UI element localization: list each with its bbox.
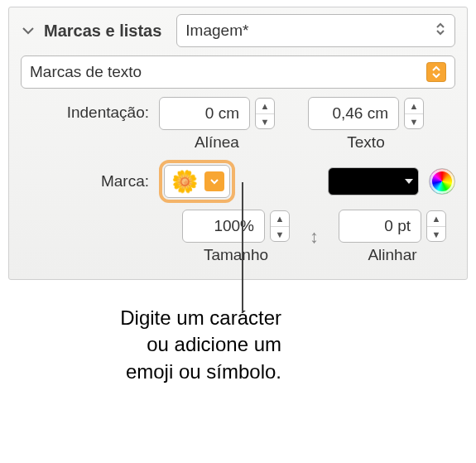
callout-line-3: emoji ou símbolo. — [0, 359, 281, 385]
stepper-up-icon[interactable]: ▲ — [256, 99, 274, 113]
chevron-updown-icon — [435, 21, 446, 41]
chevron-down-icon — [204, 171, 224, 191]
list-style-popup[interactable]: Imagem* — [176, 14, 455, 47]
section-title: Marcas e listas — [44, 22, 161, 41]
flower-icon: 🌼 — [171, 171, 198, 192]
color-wheel-button[interactable] — [429, 168, 455, 195]
callout-line-1: Digite um carácter — [0, 305, 281, 331]
align-value: 0 pt — [384, 217, 411, 235]
list-style-value: Imagem* — [185, 22, 248, 40]
bullet-indent-field[interactable]: 0 cm ▲ ▼ — [159, 97, 275, 130]
bullets-lists-panel: Marcas e listas Imagem* Marcas de texto … — [8, 7, 468, 280]
bullet-indent-value: 0 cm — [205, 104, 239, 123]
align-stepper[interactable]: ▲ ▼ — [426, 210, 446, 242]
stepper-down-icon[interactable]: ▼ — [256, 113, 274, 128]
size-value: 100% — [214, 217, 254, 235]
bullet-character-highlight: 🌼 — [159, 160, 235, 203]
stepper-up-icon[interactable]: ▲ — [271, 211, 289, 226]
color-swatch-popup[interactable] — [328, 167, 419, 195]
chevron-down-icon — [22, 26, 35, 36]
text-indent-sublabel: Texto — [347, 133, 384, 152]
bullet-type-value: Marcas de texto — [30, 63, 142, 81]
size-field[interactable]: 100% ▲ ▼ — [182, 210, 290, 243]
stepper-down-icon[interactable]: ▼ — [405, 113, 423, 128]
callout-leader-line — [242, 182, 243, 313]
align-field[interactable]: 0 pt ▲ ▼ — [339, 210, 446, 243]
text-indent-value: 0,46 cm — [332, 104, 388, 123]
chevron-updown-icon — [426, 62, 446, 82]
size-stepper[interactable]: ▲ ▼ — [270, 210, 290, 242]
disclosure-toggle[interactable] — [21, 23, 36, 38]
stepper-up-icon[interactable]: ▲ — [405, 99, 423, 113]
marca-label: Marca: — [21, 172, 149, 191]
stepper-up-icon[interactable]: ▲ — [427, 211, 445, 226]
bullet-indent-sublabel: Alínea — [195, 133, 239, 152]
stepper-down-icon[interactable]: ▼ — [427, 226, 445, 241]
indent-label: Indentação: — [21, 97, 149, 122]
callout-line-2: ou adicione um — [0, 331, 281, 358]
vertical-align-icon: ↕ — [310, 226, 319, 248]
stepper-down-icon[interactable]: ▼ — [271, 226, 289, 241]
bullet-indent-stepper[interactable]: ▲ ▼ — [255, 98, 275, 129]
align-sublabel: Alinhar — [368, 246, 416, 264]
bullet-type-popup[interactable]: Marcas de texto — [21, 55, 455, 89]
bullet-character-popup[interactable]: 🌼 — [164, 165, 230, 198]
text-indent-stepper[interactable]: ▲ ▼ — [404, 98, 424, 129]
callout-wrap: Digite um carácter ou adicione um emoji … — [0, 305, 476, 385]
callout-text: Digite um carácter ou adicione um emoji … — [0, 305, 281, 385]
size-sublabel: Tamanho — [204, 246, 268, 264]
text-indent-field[interactable]: 0,46 cm ▲ ▼ — [308, 97, 424, 130]
